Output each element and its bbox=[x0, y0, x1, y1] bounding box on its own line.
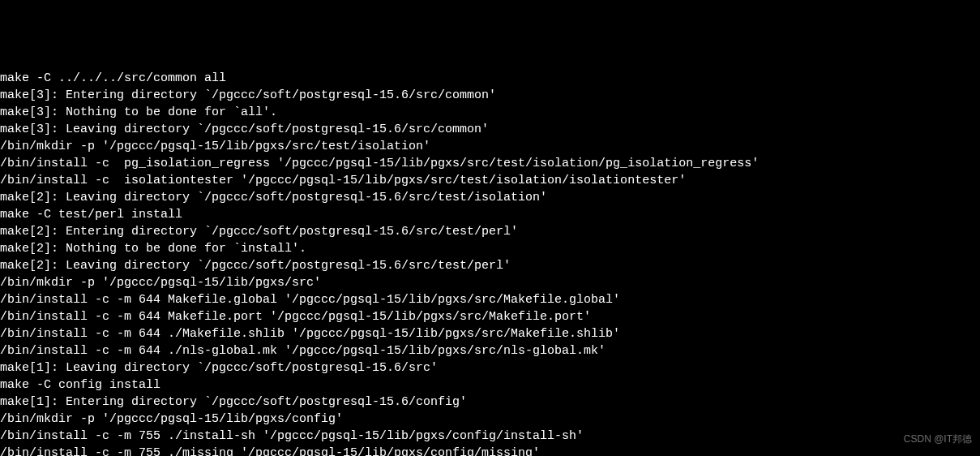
terminal-line: /bin/install -c isolationtester '/pgccc/… bbox=[0, 172, 980, 189]
terminal-line: /bin/install -c -m 644 ./Makefile.shlib … bbox=[0, 325, 980, 342]
terminal-line: make -C config install bbox=[0, 376, 980, 394]
terminal-line: /bin/install -c -m 644 Makefile.global '… bbox=[0, 291, 980, 308]
terminal-line: make[3]: Entering directory `/pgccc/soft… bbox=[0, 87, 980, 104]
terminal-line: make[3]: Nothing to be done for `all'. bbox=[0, 104, 980, 121]
terminal-line: make[2]: Leaving directory `/pgccc/soft/… bbox=[0, 189, 980, 206]
terminal-line: make[1]: Leaving directory `/pgccc/soft/… bbox=[0, 359, 980, 376]
terminal-line: make[2]: Nothing to be done for `install… bbox=[0, 240, 980, 257]
terminal-line: make[1]: Entering directory `/pgccc/soft… bbox=[0, 394, 980, 411]
terminal-line: /bin/mkdir -p '/pgccc/pgsql-15/lib/pgxs/… bbox=[0, 138, 980, 155]
terminal-output[interactable]: make -C ../../../src/common allmake[3]: … bbox=[0, 70, 980, 456]
terminal-line: make -C ../../../src/common all bbox=[0, 70, 980, 87]
terminal-line: /bin/install -c -m 755 ./install-sh '/pg… bbox=[0, 428, 980, 445]
terminal-line: make -C test/perl install bbox=[0, 206, 980, 223]
terminal-line: /bin/install -c -m 644 ./nls-global.mk '… bbox=[0, 342, 980, 359]
terminal-line: /bin/install -c pg_isolation_regress '/p… bbox=[0, 155, 980, 172]
terminal-line: /bin/install -c -m 644 Makefile.port '/p… bbox=[0, 308, 980, 325]
terminal-line: /bin/mkdir -p '/pgccc/pgsql-15/lib/pgxs/… bbox=[0, 274, 980, 291]
terminal-line: make[2]: Entering directory `/pgccc/soft… bbox=[0, 223, 980, 240]
terminal-line: make[2]: Leaving directory `/pgccc/soft/… bbox=[0, 257, 980, 274]
watermark-text: CSDN @IT邦德 bbox=[904, 431, 972, 448]
terminal-line: /bin/install -c -m 755 ./missing '/pgccc… bbox=[0, 445, 980, 456]
terminal-line: make[3]: Leaving directory `/pgccc/soft/… bbox=[0, 121, 980, 138]
terminal-line: /bin/mkdir -p '/pgccc/pgsql-15/lib/pgxs/… bbox=[0, 411, 980, 428]
